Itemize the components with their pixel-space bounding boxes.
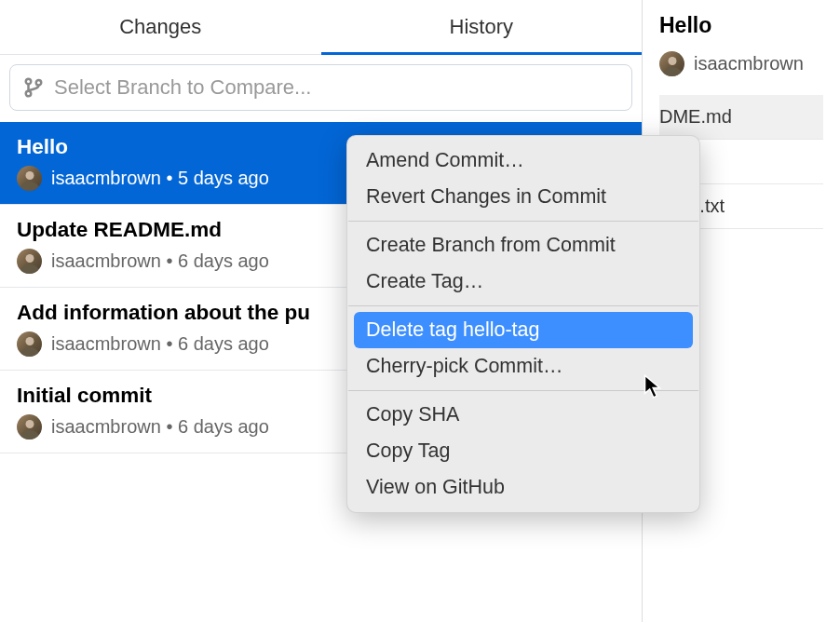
context-menu-item[interactable]: Create Tag…	[347, 264, 699, 300]
tab-changes[interactable]: Changes	[0, 0, 321, 54]
dot-separator: •	[161, 168, 178, 188]
dot-separator: •	[161, 250, 178, 271]
compare-row: Select Branch to Compare...	[0, 55, 642, 122]
branch-compare-selector[interactable]: Select Branch to Compare...	[9, 64, 632, 111]
context-menu-item[interactable]: Copy SHA	[347, 397, 699, 433]
avatar	[659, 51, 684, 76]
dot-separator: •	[161, 416, 178, 437]
svg-point-0	[26, 79, 32, 85]
commit-detail-author: isaacmbrown	[659, 51, 823, 76]
context-menu-item[interactable]: Copy Tag	[347, 433, 699, 469]
commit-time: 6 days ago	[178, 416, 269, 437]
dot-separator: •	[161, 333, 178, 354]
commit-time: 5 days ago	[178, 168, 269, 188]
avatar	[17, 331, 42, 357]
avatar	[17, 414, 42, 439]
commit-author: isaacmbrown	[51, 168, 161, 188]
commit-author: isaacmbrown	[51, 333, 161, 354]
context-menu-item[interactable]: Create Branch from Commit	[347, 227, 699, 264]
context-menu-item[interactable]: View on GitHub	[347, 469, 699, 506]
commit-time: 6 days ago	[178, 333, 269, 354]
tab-bar: Changes History	[0, 0, 642, 55]
commit-author: isaacmbrown	[51, 250, 161, 271]
avatar	[17, 249, 42, 274]
branch-compare-placeholder: Select Branch to Compare...	[54, 75, 311, 100]
git-branch-icon	[23, 76, 44, 99]
context-menu-item[interactable]: Delete tag hello-tag	[354, 312, 693, 348]
context-menu-item[interactable]: Revert Changes in Commit	[347, 179, 699, 215]
commit-author: isaacmbrown	[51, 416, 161, 437]
menu-divider	[348, 221, 698, 222]
svg-point-2	[36, 80, 42, 86]
context-menu-item[interactable]: Amend Commit…	[347, 142, 699, 179]
context-menu-item[interactable]: Cherry-pick Commit…	[347, 348, 699, 385]
commit-detail-title: Hello	[659, 13, 823, 38]
commit-context-menu: Amend Commit…Revert Changes in CommitCre…	[346, 135, 700, 513]
menu-divider	[348, 390, 698, 391]
svg-point-1	[26, 91, 32, 97]
changed-file-item[interactable]: DME.md	[659, 95, 823, 140]
tab-history[interactable]: History	[321, 0, 643, 54]
commit-time: 6 days ago	[178, 250, 269, 271]
author-name: isaacmbrown	[694, 53, 804, 74]
menu-divider	[348, 305, 698, 306]
avatar	[17, 166, 42, 191]
